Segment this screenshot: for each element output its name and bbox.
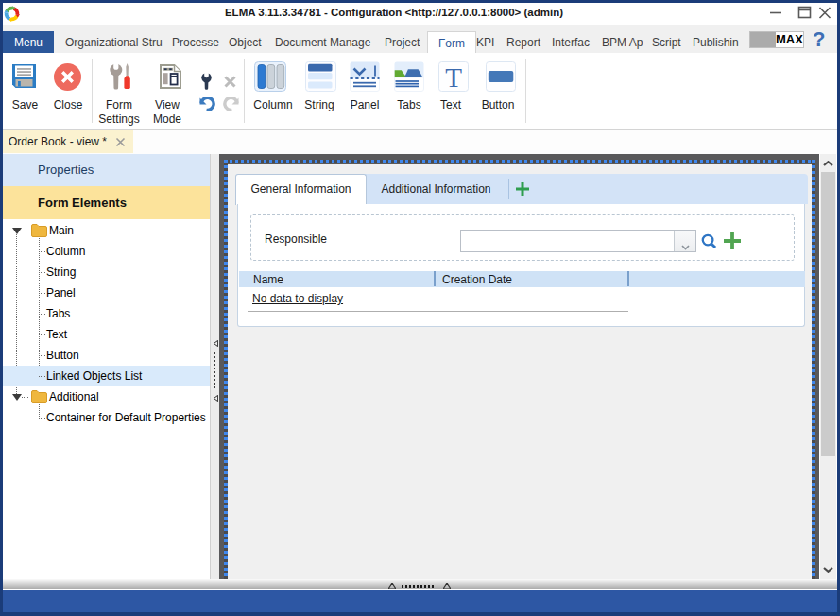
svg-text:T: T	[445, 62, 462, 93]
